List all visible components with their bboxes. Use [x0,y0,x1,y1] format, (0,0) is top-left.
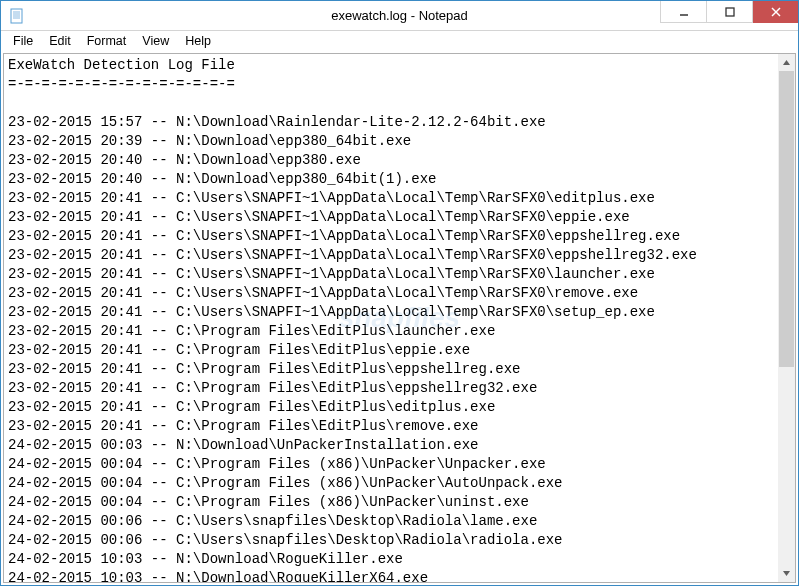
scroll-down-button[interactable] [778,565,795,582]
menu-view[interactable]: View [134,32,177,50]
minimize-button[interactable] [660,1,706,23]
svg-marker-10 [783,571,790,576]
menu-format[interactable]: Format [79,32,135,50]
window-controls [660,1,798,23]
menu-help[interactable]: Help [177,32,219,50]
svg-rect-6 [726,8,734,16]
close-button[interactable] [752,1,798,23]
notepad-window: exewatch.log - Notepad File Edit Format … [0,0,799,586]
scrollbar-track[interactable] [778,71,795,565]
text-area-container: ExeWatch Detection Log File =-=-=-=-=-=-… [3,53,796,583]
text-area[interactable]: ExeWatch Detection Log File =-=-=-=-=-=-… [4,54,778,582]
maximize-button[interactable] [706,1,752,23]
notepad-icon [9,8,25,24]
menubar: File Edit Format View Help [1,31,798,51]
svg-marker-9 [783,60,790,65]
titlebar[interactable]: exewatch.log - Notepad [1,1,798,31]
menu-edit[interactable]: Edit [41,32,79,50]
vertical-scrollbar[interactable] [778,54,795,582]
menu-file[interactable]: File [5,32,41,50]
scrollbar-thumb[interactable] [779,71,794,367]
scroll-up-button[interactable] [778,54,795,71]
window-title: exewatch.log - Notepad [331,8,468,23]
